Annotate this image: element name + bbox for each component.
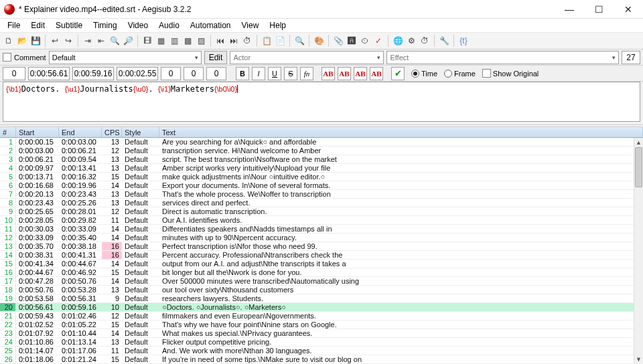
close-button[interactable]: ✕ [614,0,643,19]
snap-start-icon[interactable]: ⏮ [214,35,226,47]
color1-button[interactable]: AB [322,67,335,80]
video-crop2-icon[interactable]: ▨ [195,35,207,47]
attach-icon[interactable]: 📎 [332,35,344,47]
underline-button[interactable]: U [268,67,281,80]
col-text[interactable]: Text [159,127,643,137]
table-row[interactable]: 170:00:47.280:00:50.7614DefaultOver 5000… [0,277,643,286]
open-icon[interactable]: 📂 [16,35,28,47]
find-icon[interactable]: 🔍 [293,35,305,47]
shift-times-icon[interactable]: ⏲ [359,35,371,47]
table-row[interactable]: 90:00:25.650:00:28.0112DefaultDirect is … [0,207,643,216]
table-row[interactable]: 70:00:20.130:00:23.4313DefaultThat's the… [0,190,643,199]
table-row[interactable]: 190:00:53.580:00:56.319Defaultresearcher… [0,294,643,303]
redo-icon[interactable]: ↪ [62,35,74,47]
table-row[interactable]: 210:00:59.430:01:02.4612Defaultfilmmaker… [0,312,643,321]
menu-timing[interactable]: Timing [88,19,122,31]
scroll-up-icon[interactable]: ▲ [634,138,643,147]
table-row[interactable]: 160:00:44.670:00:46.9215Defaultbit longe… [0,268,643,277]
color4-button[interactable]: AB [370,67,383,80]
start-time-field[interactable]: 0:00:56.61 [28,67,70,80]
effect-combo[interactable]: Effect [386,51,619,64]
table-row[interactable]: 40:00:09.970:00:13.4113DefaultAmber scri… [0,164,643,173]
table-row[interactable]: 20:00:03.000:00:06.2112Defaulttranscript… [0,147,643,155]
table-row[interactable]: 80:00:23.430:00:25.2613Defaultservices d… [0,199,643,207]
col-cps[interactable]: CPS [102,127,122,137]
timing-post-icon[interactable]: ⏱ [419,35,431,47]
subtitle-edit-box[interactable]: {\b1}Doctors. {\u1}Journalists{\u0}. {\i… [3,82,640,122]
paste-icon[interactable]: 📄 [274,35,286,47]
color2-button[interactable]: AB [338,67,351,80]
table-row[interactable]: 260:01:18.060:01:21.2415DefaultIf you're… [0,355,643,364]
table-row[interactable]: 220:01:02.520:01:05.2215DefaultThat's wh… [0,321,643,329]
menu-help[interactable]: Help [265,19,291,31]
table-row[interactable]: 130:00:35.700:00:38.1816DefaultPerfect t… [0,242,643,251]
video-close-icon[interactable]: ▦ [155,35,167,47]
table-row[interactable]: 60:00:16.680:00:19.9614DefaultExport you… [0,181,643,190]
new-icon[interactable]: 🗋 [3,35,15,47]
snap-scene-icon[interactable]: ⏱ [241,35,253,47]
vertical-scrollbar[interactable]: ▲ ▼ [634,138,643,364]
table-row[interactable]: 200:00:56.610:00:59.1610Default○Doctors.… [0,303,643,312]
spellcheck-icon[interactable]: ✓ [372,35,384,47]
actor-combo[interactable]: Actor [230,51,384,64]
col-index[interactable]: # [0,127,16,137]
jump-video-icon[interactable]: ⇤ [95,35,107,47]
scroll-thumb[interactable] [635,147,642,187]
maximize-button[interactable]: ☐ [584,0,614,19]
layer-field[interactable]: 0 [3,67,25,80]
table-row[interactable]: 150:00:41.340:00:44.6714Defaultoutput fr… [0,260,643,268]
minimize-button[interactable]: — [555,0,584,19]
video-crop-icon[interactable]: ▩ [182,35,194,47]
zoom-in-icon[interactable]: 🔍 [109,35,121,47]
table-row[interactable]: 110:00:30.030:00:33.0914DefaultDifferent… [0,225,643,234]
menu-audio[interactable]: Audio [154,19,184,31]
assdraw-icon[interactable]: {t} [457,35,470,47]
table-row[interactable]: 240:01:10.860:01:13.1413DefaultFlicker o… [0,338,643,347]
margin-v-field[interactable]: 0 [206,67,226,80]
margin-l-field[interactable]: 0 [161,67,181,80]
grid-body[interactable]: 10:00:00.150:00:03.0013DefaultAre you se… [0,138,643,364]
video-open-icon[interactable]: 🎞 [141,35,153,47]
scroll-down-icon[interactable]: ▼ [634,355,643,364]
zoom-out-icon[interactable]: 🔎 [122,35,134,47]
frame-radio[interactable]: Frame [444,70,476,78]
undo-icon[interactable]: ↩ [49,35,61,47]
comment-checkbox[interactable]: Comment [3,53,46,62]
copy-icon[interactable]: 📋 [261,35,273,47]
table-row[interactable]: 180:00:50.760:00:53.2813Defaultour tool … [0,286,643,294]
menu-subtitle[interactable]: Subtitle [51,19,87,31]
styles-manager-icon[interactable]: 🎨 [313,35,325,47]
duration-field[interactable]: 0:00:02.55 [117,67,158,80]
edit-style-button[interactable]: Edit [204,51,228,64]
font-button[interactable]: fn [300,67,313,80]
snap-end-icon[interactable]: ⏭ [228,35,240,47]
translation-icon[interactable]: 🌐 [392,35,404,47]
table-row[interactable]: 250:01:14.070:01:17.0611DefaultAnd. We w… [0,347,643,355]
menu-view[interactable]: View [237,19,264,31]
table-row[interactable]: 140:00:38.310:00:41.3116DefaultPercent a… [0,251,643,260]
time-radio[interactable]: Time [411,70,437,78]
color3-button[interactable]: AB [354,67,367,80]
margin-r-field[interactable]: 0 [184,67,204,80]
table-row[interactable]: 120:00:33.090:00:35.4014Defaultminutes w… [0,234,643,242]
col-end[interactable]: End [59,127,102,137]
end-time-field[interactable]: 0:00:59.16 [72,67,114,80]
video-detach-icon[interactable]: ▥ [168,35,180,47]
bold-button[interactable]: B [236,67,249,80]
save-icon[interactable]: 💾 [29,35,42,47]
italic-button[interactable]: I [252,67,265,80]
commit-button[interactable]: ✔ [391,67,405,80]
col-start[interactable]: Start [16,127,59,137]
jump-sub-icon[interactable]: ⇥ [82,35,94,47]
table-row[interactable]: 100:00:28.050:00:29.8211DefaultOur A.I. … [0,216,643,225]
style-combo[interactable]: Default [49,51,202,64]
table-row[interactable]: 50:00:13.710:00:16.3215Defaultmake quick… [0,173,643,181]
strike-button[interactable]: S [284,67,297,80]
col-style[interactable]: Style [122,127,159,137]
menu-file[interactable]: File [3,19,25,31]
menu-automation[interactable]: Automation [186,19,236,31]
automation-icon[interactable]: 🔧 [438,35,450,47]
table-row[interactable]: 230:01:07.920:01:10.4414DefaultWhat make… [0,329,643,338]
table-row[interactable]: 30:00:06.210:00:09.5413Defaultscript. Th… [0,155,643,164]
table-row[interactable]: 10:00:00.150:00:03.0013DefaultAre you se… [0,138,643,147]
